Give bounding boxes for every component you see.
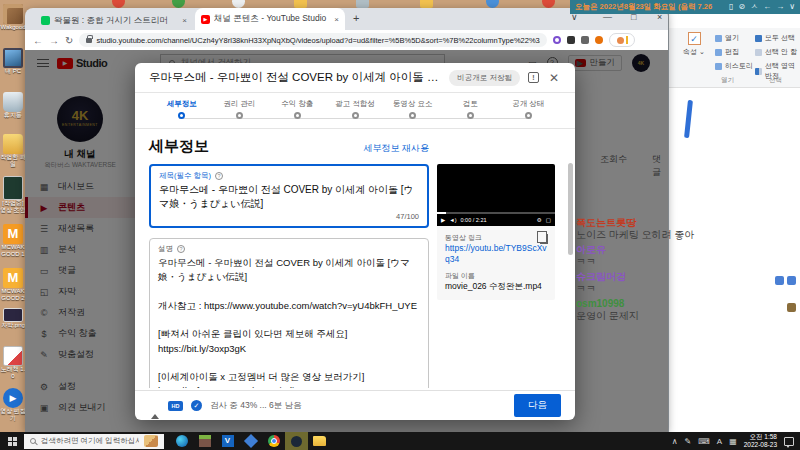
device-icon[interactable]: ▯ bbox=[729, 3, 733, 11]
reuse-details-link[interactable]: 세부정보 재사용 bbox=[363, 142, 429, 155]
dialog-scrollbar-thumb[interactable] bbox=[568, 163, 573, 255]
desktop-peek-icon[interactable] bbox=[172, 0, 185, 8]
select-none-button[interactable]: 선택 안 함 bbox=[755, 47, 797, 57]
desktop-icon-mcwakgood-2[interactable]: M MCWAKGOOD 2 bbox=[0, 268, 26, 302]
dialog-close-icon[interactable]: ✕ bbox=[547, 71, 561, 85]
description-field[interactable]: 설명? 우마무스메 - 우마뾰이 전설 COVER by 이세계 아이돌 [ウマ… bbox=[149, 238, 429, 388]
properties-button[interactable]: ✓ 속성 ⌄ bbox=[679, 32, 709, 57]
taskbar-app-edge[interactable] bbox=[170, 432, 193, 450]
open-button[interactable]: 열기 bbox=[715, 33, 739, 43]
extension-icon[interactable] bbox=[567, 36, 575, 44]
emote-icon bbox=[787, 303, 796, 312]
step-ad-suitability[interactable]: 광고 적합성 bbox=[326, 93, 384, 128]
desktop-peek-icon[interactable] bbox=[356, 0, 369, 8]
video-link[interactable]: https://youtu.be/TYB9ScXvq34 bbox=[445, 243, 547, 265]
taskbar-app-photos[interactable] bbox=[239, 432, 262, 450]
new-tab-button[interactable]: + bbox=[353, 12, 359, 24]
image-file-icon bbox=[3, 308, 23, 322]
select-all-button[interactable]: 모두 선택 bbox=[755, 33, 795, 43]
step-checks[interactable]: 검토 bbox=[442, 93, 500, 128]
saved-private-badge[interactable]: 비공개로 저장됨 bbox=[449, 70, 520, 86]
desktop-peek-icon[interactable] bbox=[542, 0, 555, 8]
title-field[interactable]: 제목(필수 항목)? 우마무스메 - 우마뾰이 전설 COVER by 이세계 … bbox=[149, 164, 429, 228]
reload-button[interactable]: ↻ bbox=[65, 35, 73, 46]
chat-message: 슈크림머겅 ㅋㅋ bbox=[576, 271, 798, 294]
desktop-peek-icon[interactable] bbox=[232, 0, 245, 8]
fullscreen-icon[interactable]: ▢ bbox=[546, 217, 551, 223]
edit-button[interactable]: 편집 bbox=[715, 47, 739, 57]
title-field-value[interactable]: 우마무스메 - 우마뾰이 전설 COVER by 이세계 아이돌 [ウマ娘・うま… bbox=[159, 183, 419, 210]
player-time: 0:00 / 2:21 bbox=[461, 217, 487, 223]
desktop-icon-my-pc[interactable]: 내 PC bbox=[0, 48, 26, 75]
tab-close-icon[interactable]: × bbox=[334, 15, 339, 24]
tab-close-icon[interactable]: × bbox=[182, 16, 187, 25]
history-button[interactable]: 히스토리 bbox=[715, 61, 753, 71]
taskbar-app-minecraft[interactable] bbox=[193, 432, 216, 450]
taskbar-app-steam-active[interactable] bbox=[285, 432, 308, 450]
extension-icon[interactable] bbox=[595, 36, 603, 44]
taskbar-app-file-explorer[interactable] bbox=[308, 432, 331, 450]
monitor-icon bbox=[3, 48, 23, 68]
chat-username: 아로유 bbox=[576, 244, 798, 256]
browser-profile-chip[interactable] bbox=[609, 33, 635, 47]
eraser-icon[interactable]: ⊘ bbox=[738, 3, 745, 11]
tray-pen-icon[interactable]: ✎ bbox=[685, 437, 692, 446]
browser-window: 왁물원 : 종합 거시기 스트리머 × ▶ 채널 콘텐츠 - YouTube S… bbox=[25, 8, 668, 432]
description-field-value[interactable]: 우마무스메 - 우마뾰이 전설 COVER by 이세계 아이돌 [ウマ娘・うま… bbox=[158, 256, 420, 388]
desktop-icon-songbook[interactable]: 노래책 1.0 bbox=[0, 346, 26, 380]
collapse-chevron-icon[interactable]: ∨ bbox=[789, 3, 795, 11]
dialog-header: 우마무스메 - 우마뾰이 전설 COVER by 이세계 아이돌 [ウマ娘・うま… bbox=[135, 63, 575, 93]
desktop-icon-work-folder[interactable]: 작업한 파일 bbox=[0, 134, 26, 168]
taskbar-search-input[interactable]: 검색하려면 여기에 입력하십시 bbox=[24, 434, 164, 449]
extension-icon[interactable] bbox=[581, 36, 589, 44]
explorer-ribbon: ✓ 속성 ⌄ 열기 편집 히스토리 모두 선택 선택 안 함 선택 영역 반전 … bbox=[669, 28, 800, 88]
browser-tab-youtube-studio[interactable]: ▶ 채널 콘텐츠 - YouTube Studio × bbox=[195, 8, 345, 30]
tray-expand-chevron-icon[interactable]: ∧ bbox=[672, 437, 678, 446]
taskbar-app-chrome[interactable] bbox=[262, 432, 285, 450]
edit-icon bbox=[715, 49, 722, 56]
notification-center-icon[interactable] bbox=[784, 437, 794, 446]
desktop-peek-icon[interactable] bbox=[486, 0, 499, 8]
desktop-icon-subtitle-png[interactable]: 자막.png bbox=[0, 308, 26, 329]
send-feedback-icon[interactable]: ! bbox=[528, 72, 539, 83]
back-button[interactable]: ← bbox=[33, 35, 43, 46]
extension-icon[interactable] bbox=[553, 36, 561, 44]
desktop-peek-icon[interactable] bbox=[112, 0, 125, 8]
taskbar-app-v[interactable]: V bbox=[216, 432, 239, 450]
desktop-icon-mcwakgood-1[interactable]: M MCWAKGOOD 1 bbox=[0, 224, 26, 258]
desktop-icon-wakgood[interactable]: Wakgood bbox=[0, 4, 26, 31]
desktop-icon-draft[interactable]: [작업중] 영상 초안 bbox=[0, 176, 26, 214]
forward-button[interactable]: → bbox=[49, 35, 59, 46]
step-video-elements[interactable]: 동영상 요소 bbox=[384, 93, 442, 128]
step-details[interactable]: 세부정보 bbox=[153, 93, 211, 128]
desktop-icon-video-editor[interactable]: ▶ 영상 편집기 bbox=[0, 388, 26, 422]
browser-tab-wakmulwon[interactable]: 왁물원 : 종합 거시기 스트리머 × bbox=[35, 11, 193, 30]
desktop-icon-recycle-bin[interactable]: 휴지통 bbox=[0, 92, 26, 119]
address-bar[interactable]: studio.youtube.com/channel/UCzh4yY8rl38k… bbox=[79, 33, 547, 47]
upload-status-text: 검사 중 43% ... 6분 남음 bbox=[210, 400, 302, 412]
minecraft-head-icon bbox=[3, 4, 23, 24]
chat-text: ㅋㅋ bbox=[576, 283, 798, 295]
person-icon[interactable]: ㅅ bbox=[750, 3, 758, 11]
help-icon[interactable]: ? bbox=[215, 172, 223, 180]
next-button[interactable]: 다음 bbox=[514, 394, 561, 417]
desktop-peek-icon[interactable] bbox=[420, 0, 433, 8]
volume-icon[interactable]: ◄) bbox=[449, 217, 456, 223]
step-visibility[interactable]: 공개 상태 bbox=[499, 93, 557, 128]
step-monetization[interactable]: 수익 창출 bbox=[268, 93, 326, 128]
taskbar-clock[interactable]: 오전 1:58 2022-08-23 bbox=[744, 433, 777, 449]
back-arrow-icon[interactable]: ← bbox=[763, 3, 771, 11]
step-rights[interactable]: 권리 관리 bbox=[211, 93, 269, 128]
start-button[interactable] bbox=[0, 432, 24, 450]
desktop-peek-icon[interactable] bbox=[294, 0, 307, 8]
help-icon[interactable]: ? bbox=[177, 245, 185, 253]
play-icon[interactable]: ▶ bbox=[441, 217, 445, 223]
windows-logo-icon bbox=[8, 437, 17, 446]
forward-arrow-icon[interactable]: → bbox=[776, 3, 784, 11]
ime-icon[interactable]: ▦ bbox=[729, 437, 737, 446]
copy-icon[interactable] bbox=[540, 234, 548, 244]
tray-keyboard-icon[interactable]: ⌨ bbox=[698, 437, 710, 446]
player-settings-icon[interactable]: ⚙ bbox=[537, 217, 542, 223]
ime-mode-indicator[interactable]: A bbox=[717, 437, 722, 446]
chat-overlay: 폭도는트롯땅 노이즈 마케팅 오히려 좋아 아로유 ㅋㅋ 슈크림머겅 ㅋㅋ os… bbox=[576, 217, 798, 325]
